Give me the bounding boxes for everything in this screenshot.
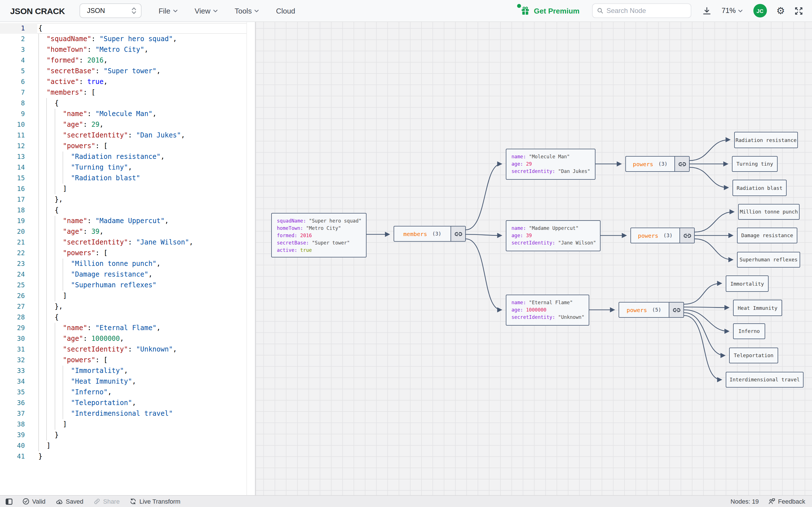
collapse-link-button[interactable] xyxy=(679,228,694,243)
header: JSON CRACK JSON File View Tools Cloud xyxy=(0,0,812,22)
editor-line[interactable]: 21 "secretIdentity": "Jane Wilson", xyxy=(0,237,255,248)
menu-file[interactable]: File xyxy=(158,6,177,15)
collapse-link-button[interactable] xyxy=(451,226,465,241)
editor-line[interactable]: 10 "age": 29, xyxy=(0,119,255,130)
graph-node-leaf[interactable]: Turning tiny xyxy=(732,156,777,172)
feedback-icon xyxy=(768,498,775,505)
editor-line[interactable]: 18 { xyxy=(0,205,255,216)
editor-line[interactable]: 1{ xyxy=(0,23,255,34)
editor-line[interactable]: 37 "Interdimensional travel" xyxy=(0,408,255,419)
graph-node-leaf[interactable]: Superhuman reflexes xyxy=(737,252,800,268)
editor-line[interactable]: 41} xyxy=(0,451,255,462)
graph-node-object[interactable]: name: "Molecule Man"age: 29secretIdentit… xyxy=(506,149,596,180)
editor-line[interactable]: 35 "Inferno", xyxy=(0,387,255,398)
editor-line[interactable]: 11 "secretIdentity": "Dan Jukes", xyxy=(0,130,255,141)
menu-tools[interactable]: Tools xyxy=(235,6,259,15)
editor-line[interactable]: 25 "Superhuman reflexes" xyxy=(0,280,255,291)
chevron-down-icon xyxy=(173,9,177,12)
live-transform-toggle[interactable]: Live Transform xyxy=(130,498,181,505)
editor-line[interactable]: 3 "homeTown": "Metro City", xyxy=(0,45,255,55)
graph-node-array[interactable]: powers(3) xyxy=(625,156,690,172)
editor-line[interactable]: 14 "Turning tiny", xyxy=(0,162,255,173)
leaf-node-text: Immortality xyxy=(730,281,764,286)
graph-node-leaf[interactable]: Million tonne punch xyxy=(738,204,800,220)
leaf-node-text: Teleportation xyxy=(734,353,774,358)
feedback-button[interactable]: Feedback xyxy=(768,498,805,505)
link-icon xyxy=(672,307,680,313)
graph-node-array[interactable]: members(3) xyxy=(394,226,466,242)
graph-node-array[interactable]: powers(5) xyxy=(619,302,684,318)
editor-line[interactable]: 12 "powers": [ xyxy=(0,141,255,152)
editor-line[interactable]: 15 "Radiation blast" xyxy=(0,173,255,184)
line-number: 28 xyxy=(0,312,25,323)
gear-icon[interactable]: ⚙ xyxy=(776,6,785,15)
editor-line[interactable]: 9 "name": "Molecule Man", xyxy=(0,109,255,119)
editor-line[interactable]: 30 "age": 1000000, xyxy=(0,334,255,344)
editor-line[interactable]: 36 "Teleportation", xyxy=(0,398,255,408)
editor-line[interactable]: 40 ] xyxy=(0,441,255,451)
graph-node-leaf[interactable]: Damage resistance xyxy=(737,228,797,243)
collapse-link-button[interactable] xyxy=(674,157,689,171)
editor-line[interactable]: 33 "Immortality", xyxy=(0,365,255,376)
share-button[interactable]: Share xyxy=(94,498,120,505)
editor-line[interactable]: 13 "Radiation resistance", xyxy=(0,152,255,162)
menu-cloud[interactable]: Cloud xyxy=(276,6,295,15)
graph-node-leaf[interactable]: Teleportation xyxy=(729,348,778,363)
menu-view[interactable]: View xyxy=(195,6,218,15)
line-number: 3 xyxy=(0,45,25,55)
format-select[interactable]: JSON xyxy=(80,3,142,18)
editor-line[interactable]: 17 }, xyxy=(0,194,255,205)
saved-status[interactable]: Saved xyxy=(56,498,83,505)
editor-line[interactable]: 27 }, xyxy=(0,301,255,312)
editor-line[interactable]: 16 ] xyxy=(0,184,255,194)
get-premium-label: Get Premium xyxy=(534,6,580,15)
graph-node-array[interactable]: powers(3) xyxy=(630,228,695,243)
app-logo[interactable]: JSON CRACK xyxy=(10,6,65,15)
get-premium-button[interactable]: Get Premium xyxy=(520,6,580,15)
editor-line[interactable]: 39 } xyxy=(0,430,255,441)
editor-line[interactable]: 2 "squadName": "Super hero squad", xyxy=(0,34,255,45)
editor-line[interactable]: 23 "Million tonne punch", xyxy=(0,259,255,269)
editor-line[interactable]: 22 "powers": [ xyxy=(0,248,255,259)
graph-node-leaf[interactable]: Heat Immunity xyxy=(733,300,782,316)
download-icon[interactable] xyxy=(702,6,711,15)
editor-line[interactable]: 29 "name": "Eternal Flame", xyxy=(0,323,255,334)
json-editor[interactable]: 1{2 "squadName": "Super hero squad",3 "h… xyxy=(0,22,255,495)
graph-node-leaf[interactable]: Radiation blast xyxy=(732,180,786,196)
editor-line[interactable]: 4 "formed": 2016, xyxy=(0,55,255,66)
line-number: 30 xyxy=(0,334,25,344)
editor-line[interactable]: 24 "Damage resistance", xyxy=(0,269,255,280)
zoom-level-control[interactable]: 71% xyxy=(721,7,742,15)
editor-line[interactable]: 26 ] xyxy=(0,291,255,301)
valid-status[interactable]: Valid xyxy=(22,498,45,505)
editor-line[interactable]: 31 "secretIdentity": "Unknown", xyxy=(0,344,255,355)
collapse-link-button[interactable] xyxy=(669,302,683,317)
graph-node-leaf[interactable]: Inferno xyxy=(733,323,765,339)
fullscreen-icon[interactable] xyxy=(795,6,803,15)
editor-line[interactable]: 28 { xyxy=(0,312,255,323)
graph-canvas[interactable]: squadName: "Super hero squad"homeTown: "… xyxy=(255,22,812,495)
editor-code[interactable]: 1{2 "squadName": "Super hero squad",3 "h… xyxy=(0,23,255,462)
editor-line[interactable]: 32 "powers": [ xyxy=(0,355,255,365)
editor-line[interactable]: 5 "secretBase": "Super tower", xyxy=(0,66,255,76)
editor-line[interactable]: 6 "active": true, xyxy=(0,76,255,87)
updown-chevron-icon xyxy=(132,7,137,15)
graph-node-leaf[interactable]: Interdimensional travel xyxy=(726,372,804,388)
editor-line[interactable]: 7 "members": [ xyxy=(0,87,255,98)
editor-line[interactable]: 38 ] xyxy=(0,419,255,430)
graph-node-object[interactable]: name: "Eternal Flame"age: 1000000secretI… xyxy=(506,295,589,326)
editor-line[interactable]: 8 { xyxy=(0,98,255,109)
graph-node-leaf[interactable]: Radiation resistance xyxy=(734,132,798,148)
graph-node-object[interactable]: name: "Madame Uppercut"age: 39secretIden… xyxy=(506,220,601,251)
status-bar-right: Nodes: 19 Feedback xyxy=(730,498,805,505)
line-number: 2 xyxy=(0,34,25,45)
avatar[interactable]: JC xyxy=(753,4,767,17)
graph-node-object[interactable]: squadName: "Super hero squad"homeTown: "… xyxy=(271,213,366,258)
editor-line[interactable]: 20 "age": 39, xyxy=(0,226,255,237)
toggle-panel-button[interactable] xyxy=(6,498,12,504)
chevron-down-icon xyxy=(738,9,743,12)
editor-line[interactable]: 34 "Heat Immunity", xyxy=(0,376,255,387)
graph-node-leaf[interactable]: Immortality xyxy=(726,276,769,292)
search-node-input[interactable] xyxy=(606,7,686,15)
editor-line[interactable]: 19 "name": "Madame Uppercut", xyxy=(0,216,255,226)
